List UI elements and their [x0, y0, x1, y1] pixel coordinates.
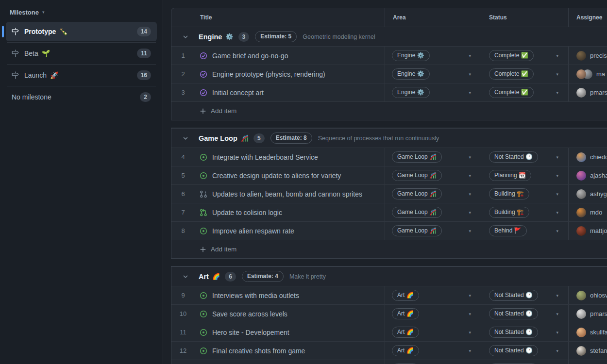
issue-title[interactable]: Engine prototype (physics, rendering) [212, 70, 325, 78]
sidebar-item-no-milestone[interactable]: No milestone 2 [6, 87, 157, 107]
status-pill[interactable]: Complete ✅ [489, 68, 534, 80]
issue-title[interactable]: Integrate with Leaderboard Service [212, 153, 318, 161]
area-pill[interactable]: Game Loop 🎢 [392, 151, 442, 163]
status-pill[interactable]: Complete ✅ [489, 87, 534, 98]
caret-down-icon[interactable]: ▾ [469, 293, 471, 298]
milestone-group-dropdown[interactable]: Milestone ▾ [6, 7, 157, 22]
avatar [576, 69, 586, 79]
assignee-cell[interactable]: mdo [568, 203, 607, 221]
caret-down-icon[interactable]: ▾ [556, 90, 558, 95]
status-pill[interactable]: Building 🏗️ [489, 207, 529, 218]
column-header-assignee[interactable]: Assignee [568, 8, 607, 27]
add-item-button[interactable]: Add item [171, 240, 607, 258]
assignee-cell[interactable]: pmars [568, 83, 607, 101]
assignee-cell[interactable]: chiedo [568, 148, 607, 166]
assignee-cell[interactable]: ohiosv [568, 286, 607, 304]
area-pill[interactable]: Art 🌈 [392, 290, 419, 301]
caret-down-icon[interactable]: ▾ [556, 53, 558, 58]
assignee-cell[interactable]: ma [568, 65, 607, 83]
avatar [576, 226, 586, 236]
area-pill[interactable]: Engine ⚙️ [392, 50, 430, 61]
caret-down-icon[interactable]: ▾ [556, 155, 558, 160]
area-pill[interactable]: Art 🌈 [392, 345, 419, 356]
chevron-down-icon[interactable] [183, 135, 188, 141]
assignee-cell[interactable]: stefan [568, 342, 607, 360]
assignee-cell[interactable]: precis [568, 47, 607, 65]
group-emoji: ⚙️ [225, 33, 233, 40]
status-pill[interactable]: Building 🏗️ [489, 188, 529, 199]
issue-title[interactable]: Save score across levels [212, 310, 287, 318]
assignee-cell[interactable] [568, 360, 607, 364]
status-pill[interactable]: Not Started 🕐 [489, 308, 538, 319]
add-item-button[interactable]: Add item [171, 101, 607, 120]
column-header-status[interactable]: Status [481, 8, 568, 27]
assignee-cell[interactable]: ajasha [568, 166, 607, 184]
count-badge: 11 [137, 49, 151, 58]
area-cell: Game Loop 🎢▾ [385, 148, 481, 166]
caret-down-icon[interactable]: ▾ [556, 348, 558, 353]
caret-down-icon[interactable]: ▾ [556, 229, 558, 233]
assignee-cell[interactable]: pmars [568, 305, 607, 323]
caret-down-icon[interactable]: ▾ [556, 72, 558, 77]
status-pill[interactable]: Planning 📆 [489, 170, 531, 181]
area-pill[interactable]: Game Loop 🎢 [392, 207, 442, 218]
caret-down-icon[interactable]: ▾ [556, 210, 558, 215]
caret-down-icon[interactable]: ▾ [469, 210, 471, 215]
issue-title[interactable]: Initial concept art [212, 89, 264, 97]
caret-down-icon[interactable]: ▾ [469, 173, 471, 178]
column-header-area[interactable]: Area [385, 8, 481, 27]
assignee-cell[interactable]: mattjo [568, 222, 607, 240]
area-pill[interactable]: Engine ⚙️ [392, 68, 430, 80]
assignee-cell[interactable]: ashyg [568, 185, 607, 203]
caret-down-icon[interactable]: ▾ [469, 90, 471, 95]
caret-down-icon[interactable]: ▾ [556, 312, 558, 316]
area-pill[interactable]: Game Loop 🎢 [392, 170, 442, 181]
status-pill[interactable]: Not Started 🕐 [489, 327, 538, 338]
status-pill[interactable]: Complete ✅ [489, 50, 534, 61]
pr-draft-icon [200, 190, 207, 198]
issue-title[interactable]: Final creative shots from game [212, 347, 305, 355]
area-cell: Game Loop 🎢▾ [385, 222, 481, 240]
caret-down-icon[interactable]: ▾ [556, 293, 558, 298]
area-pill[interactable]: Art 🌈 [392, 327, 419, 338]
caret-down-icon[interactable]: ▾ [469, 53, 471, 58]
chevron-down-icon[interactable] [183, 274, 188, 280]
issue-open-icon [200, 227, 207, 235]
sidebar-item-prototype[interactable]: Prototype 🍾 14 [6, 22, 157, 41]
area-pill[interactable]: Game Loop 🎢 [392, 225, 442, 236]
area-pill[interactable]: Engine ⚙️ [392, 87, 430, 98]
caret-down-icon[interactable]: ▾ [556, 173, 558, 178]
milestone-group-label: Milestone [10, 9, 39, 16]
status-pill[interactable]: Not Started 🕐 [489, 290, 538, 301]
issue-title[interactable]: Update to colision logic [212, 209, 282, 216]
issue-title[interactable]: Game brief and go-no-go [212, 52, 288, 60]
status-pill[interactable]: Not Started 🕐 [489, 151, 538, 163]
issue-title[interactable]: Hero site - Developement [212, 329, 289, 336]
caret-down-icon[interactable]: ▾ [469, 192, 471, 197]
column-header-title[interactable]: Title [171, 8, 385, 27]
caret-down-icon[interactable]: ▾ [469, 155, 471, 160]
area-pill[interactable]: Art 🌈 [392, 308, 419, 319]
table-row: 9Interviews with media outletsArt 🌈▾Not … [171, 286, 607, 304]
divider [7, 86, 156, 86]
sidebar-item-beta[interactable]: Beta 🌱 11 [6, 44, 157, 63]
caret-down-icon: ▾ [42, 10, 45, 15]
status-pill[interactable]: Behind 🚩 [489, 225, 527, 236]
caret-down-icon[interactable]: ▾ [469, 330, 471, 335]
status-pill[interactable]: Not Started 🕐 [489, 345, 538, 356]
chevron-down-icon[interactable] [183, 34, 188, 40]
issue-title[interactable]: Interviews with media outlets [212, 292, 299, 299]
caret-down-icon[interactable]: ▾ [469, 312, 471, 316]
issue-title[interactable]: Updates to alien, beam, bomb and cannon … [212, 190, 362, 198]
issue-title[interactable]: Creative design update to aliens for var… [212, 172, 341, 180]
area-pill[interactable]: Game Loop 🎢 [392, 188, 442, 199]
caret-down-icon[interactable]: ▾ [556, 192, 558, 197]
caret-down-icon[interactable]: ▾ [469, 229, 471, 233]
assignee-cell[interactable]: skullfa [568, 323, 607, 341]
caret-down-icon[interactable]: ▾ [469, 72, 471, 77]
caret-down-icon[interactable]: ▾ [469, 348, 471, 353]
caret-down-icon[interactable]: ▾ [556, 330, 558, 335]
avatar [576, 152, 586, 162]
sidebar-item-launch[interactable]: Launch 🚀 16 [6, 66, 157, 85]
issue-title[interactable]: Improve alien respawn rate [212, 227, 294, 235]
